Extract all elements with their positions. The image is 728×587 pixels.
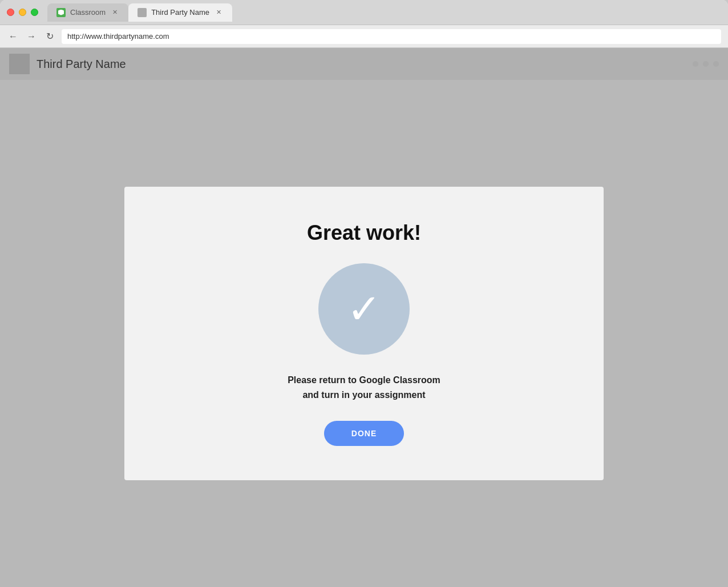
app-logo [9,54,30,74]
address-bar-input[interactable] [62,29,721,44]
browser-window: Classroom ✕ Third Party Name ✕ ← → ↻ Thi… [0,0,728,587]
forward-button[interactable]: → [25,30,38,43]
tab-thirdparty[interactable]: Third Party Name ✕ [128,3,232,22]
classroom-favicon [56,8,66,17]
card-title: Great work! [307,221,421,245]
address-bar-row: ← → ↻ [0,25,728,48]
back-button[interactable]: ← [7,30,19,43]
checkmark-circle: ✓ [318,263,410,355]
card-message-line2: and turn in your assignment [288,388,440,403]
app-header-title: Third Party Name [37,58,126,71]
tab-thirdparty-label: Third Party Name [151,8,209,17]
checkmark-icon: ✓ [347,288,381,329]
traffic-light-close[interactable] [7,9,14,16]
traffic-light-minimize[interactable] [19,9,26,16]
tab-classroom[interactable]: Classroom ✕ [47,3,128,22]
tabs-area: Classroom ✕ Third Party Name ✕ [47,3,232,22]
title-bar: Classroom ✕ Third Party Name ✕ [0,0,728,25]
refresh-button[interactable]: ↻ [43,30,56,43]
header-dot-1 [693,61,698,67]
tab-classroom-close[interactable]: ✕ [110,8,119,17]
content-area: Great work! ✓ Please return to Google Cl… [0,80,728,587]
completion-card: Great work! ✓ Please return to Google Cl… [124,187,604,480]
tab-classroom-label: Classroom [70,8,106,17]
thirdparty-favicon [137,8,147,17]
card-message-line1: Please return to Google Classroom [288,373,440,388]
traffic-lights [7,9,38,16]
card-message: Please return to Google Classroom and tu… [288,373,440,402]
app-header: Third Party Name [0,48,728,80]
header-dot-2 [703,61,709,67]
header-dot-3 [713,61,719,67]
traffic-light-maximize[interactable] [31,9,38,16]
header-dots [693,61,719,67]
tab-thirdparty-close[interactable]: ✕ [214,8,223,17]
done-button[interactable]: DONE [324,421,404,446]
